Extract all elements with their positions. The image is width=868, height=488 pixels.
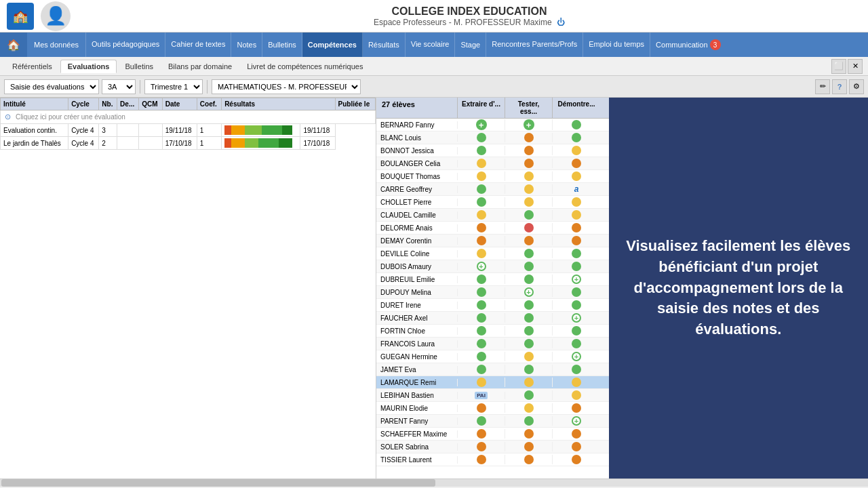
nav-item-communication[interactable]: Communication 3	[650, 33, 726, 57]
competence-dot: a	[574, 184, 579, 194]
class-select[interactable]: 3A	[102, 79, 136, 94]
competence-dot	[524, 442, 534, 451]
competence-dot: +	[476, 119, 487, 130]
student-row[interactable]: BOUQUET Thomas	[376, 170, 609, 183]
student-name: DUPOUY Melina	[376, 289, 458, 296]
subnav-evaluations[interactable]: Evaluations	[60, 60, 117, 73]
eval-nb-2: 2	[99, 137, 117, 150]
close-panel-button[interactable]: ✕	[848, 59, 863, 74]
student-row[interactable]: LEBIHAN BastienPAI	[376, 389, 609, 402]
nav-item-competences[interactable]: Compétences	[302, 33, 363, 57]
subject-select[interactable]: MATHEMATIQUES - M. PROFESSEUR M.	[212, 79, 361, 94]
power-icon[interactable]: ⏻	[557, 18, 565, 27]
subnav-livret[interactable]: Livret de compétences numériques	[240, 60, 370, 73]
create-eval-row[interactable]: ⊙ Cliquez ici pour créer une évaluation	[1, 110, 376, 124]
student-row[interactable]: MAURIN Elodie	[376, 402, 609, 415]
student-row[interactable]: BERNARD Fanny++	[376, 119, 609, 131]
nav-item-outils[interactable]: Outils pédagogiques	[86, 33, 165, 57]
help-button[interactable]: ?	[832, 79, 847, 94]
competence-dot	[477, 197, 486, 207]
nav-item-mes-donnees[interactable]: Mes données	[27, 33, 86, 57]
competence-dot	[524, 274, 534, 284]
student-row[interactable]: DURET Irene	[376, 299, 609, 312]
eval-row-1[interactable]: Evaluation contin. Cycle 4 3 19/11/18 1	[1, 124, 376, 137]
export-button[interactable]: ⬜	[831, 59, 846, 74]
student-row[interactable]: JAMET Eva	[376, 363, 609, 376]
student-row[interactable]: FAUCHER Axel+	[376, 312, 609, 325]
student-dot-cell	[505, 236, 553, 245]
competence-dot	[477, 352, 486, 361]
student-dot-cell	[458, 326, 505, 336]
nav-home-button[interactable]: 🏠	[0, 33, 27, 57]
competence-dot	[477, 159, 486, 168]
nav-item-emploi[interactable]: Emploi du temps	[583, 33, 650, 57]
nav-item-bulletins[interactable]: Bulletins	[262, 33, 302, 57]
student-row[interactable]: BONNOT Jessica	[376, 144, 609, 157]
student-dot-cell	[553, 300, 600, 310]
mode-select[interactable]: Saisie des évaluations	[4, 79, 99, 94]
student-row[interactable]: SOLER Sabrina	[376, 441, 609, 453]
eval-qcm-2	[139, 137, 163, 150]
nav-item-cahier[interactable]: Cahier de textes	[165, 33, 231, 57]
student-dot-cell	[553, 365, 600, 374]
student-name: DUBOIS Amaury	[376, 263, 458, 270]
edit-button[interactable]: ✏	[815, 79, 830, 94]
student-row[interactable]: DELORME Anais	[376, 222, 609, 235]
subnav-bilans[interactable]: Bilans par domaine	[161, 60, 239, 73]
student-row[interactable]: FRANCOIS Laura	[376, 338, 609, 350]
student-row[interactable]: BOULANGER Celia	[376, 157, 609, 170]
student-row[interactable]: DEMAY Corentin	[376, 235, 609, 247]
col-coef: Coef.	[197, 98, 221, 110]
student-row[interactable]: FORTIN Chloe	[376, 325, 609, 338]
subnav-referentiels[interactable]: Référentiels	[5, 60, 59, 73]
students-count-cell: 27 élèves	[376, 98, 458, 118]
student-name: SCHAEFFER Maxime	[376, 430, 458, 438]
student-row[interactable]: DUBREUIL Emilie+	[376, 273, 609, 286]
nav-item-rencontres[interactable]: Rencontres Parents/Profs	[486, 33, 583, 57]
nav-item-resultats[interactable]: Résultats	[363, 33, 406, 57]
eval-de-1	[117, 124, 139, 137]
nav-item-vie-scolaire[interactable]: Vie scolaire	[406, 33, 456, 57]
competence-dot	[572, 287, 581, 297]
competence-dot	[572, 159, 581, 168]
settings-button[interactable]: ⚙	[849, 79, 864, 94]
competence-dot	[572, 442, 581, 451]
col-nb: Nb.	[99, 98, 117, 110]
student-row[interactable]: DUBOIS Amaury+	[376, 260, 609, 273]
nav-item-stage[interactable]: Stage	[455, 33, 486, 57]
subnav-bulletins[interactable]: Bulletins	[118, 60, 160, 73]
student-row[interactable]: BLANC Louis	[376, 131, 609, 144]
nav-item-notes[interactable]: Notes	[231, 33, 262, 57]
horizontal-scrollbar[interactable]	[0, 479, 868, 487]
student-dot-cell	[553, 390, 600, 400]
student-row[interactable]: GUEGAN Hermine+	[376, 350, 609, 363]
competence-dot: +	[477, 262, 486, 271]
student-dot-cell	[458, 313, 505, 323]
competence-dot	[524, 197, 534, 207]
eval-row-2[interactable]: Le jardin de Thalès Cycle 4 2 17/10/18 1	[1, 137, 376, 150]
eval-cycle-1: Cycle 4	[68, 124, 99, 137]
student-name: CLAUDEL Camille	[376, 211, 458, 219]
competence-dot	[524, 133, 534, 142]
student-row[interactable]: CHOLLET Pierre	[376, 196, 609, 209]
student-row[interactable]: DEVILLE Coline	[376, 247, 609, 260]
student-dot-cell	[505, 403, 553, 413]
competence-dot	[477, 416, 486, 426]
student-row[interactable]: CARRE Geoffreya	[376, 183, 609, 196]
student-row[interactable]: TISSIER Laurent	[376, 453, 609, 466]
competence-dot	[477, 429, 486, 439]
student-row[interactable]: LAMARQUE Remi	[376, 376, 609, 389]
student-dot-cell	[553, 429, 600, 439]
student-name: LEBIHAN Bastien	[376, 392, 458, 399]
competence-dot	[477, 313, 486, 323]
competence-dot: +	[524, 287, 534, 297]
competence-dot	[477, 210, 486, 220]
student-row[interactable]: SCHAEFFER Maxime	[376, 428, 609, 441]
period-select[interactable]: Trimestre 1	[144, 79, 203, 94]
student-row[interactable]: DUPOUY Melina+	[376, 286, 609, 299]
student-dot-cell	[505, 159, 553, 168]
student-dot-cell	[553, 339, 600, 348]
student-row[interactable]: PARENT Fanny+	[376, 415, 609, 428]
student-row[interactable]: CLAUDEL Camille	[376, 209, 609, 222]
competence-dot: +	[572, 274, 581, 284]
